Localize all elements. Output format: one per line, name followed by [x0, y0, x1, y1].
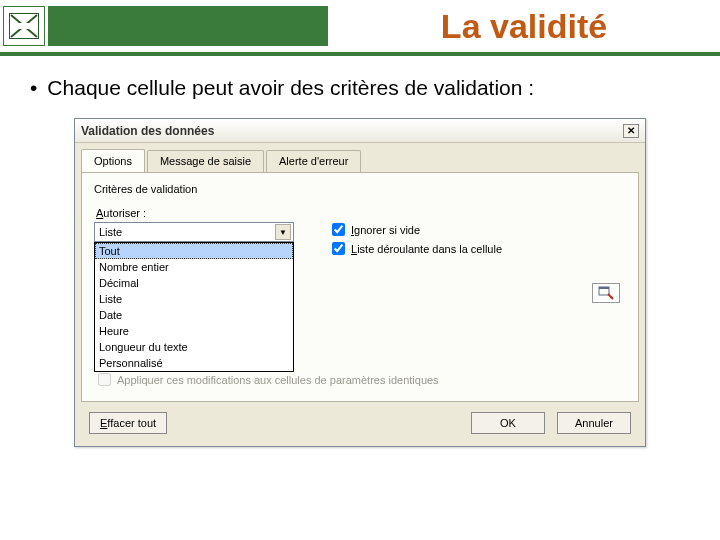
- in-cell-dropdown-input[interactable]: [332, 242, 345, 255]
- allow-label: Autoriser :: [96, 207, 304, 219]
- apply-changes-label: Appliquer ces modifications aux cellules…: [117, 374, 439, 386]
- bullet-content: Chaque cellule peut avoir des critères d…: [47, 76, 534, 100]
- bullet-text: Chaque cellule peut avoir des critères d…: [30, 76, 702, 100]
- criteria-label: Critères de validation: [94, 183, 626, 195]
- data-validation-dialog: Validation des données ✕ Options Message…: [74, 118, 646, 447]
- ok-button[interactable]: OK: [471, 412, 545, 434]
- allow-combobox[interactable]: Liste ▼: [94, 222, 294, 242]
- cancel-button[interactable]: Annuler: [557, 412, 631, 434]
- close-button[interactable]: ✕: [623, 124, 639, 138]
- ignore-blank-checkbox[interactable]: Ignorer si vide: [332, 223, 626, 236]
- allow-column: Autoriser : Liste ▼ Tout Nombre entier D…: [94, 201, 304, 372]
- apply-changes-row: Appliquer ces modifications aux cellules…: [94, 370, 626, 389]
- bullet-area: Chaque cellule peut avoir des critères d…: [0, 56, 720, 110]
- dialog-container: Validation des données ✕ Options Message…: [0, 110, 720, 447]
- tab-input-message[interactable]: Message de saisie: [147, 150, 264, 173]
- allow-option-personnalise[interactable]: Personnalisé: [95, 355, 293, 371]
- clear-all-button[interactable]: Effacer tout: [89, 412, 167, 434]
- svg-rect-3: [18, 23, 30, 29]
- in-cell-dropdown-label: iste déroulante dans la cellule: [357, 243, 502, 255]
- allow-option-longueur-texte[interactable]: Longueur du texte: [95, 339, 293, 355]
- allow-option-nombre-entier[interactable]: Nombre entier: [95, 259, 293, 275]
- range-selector-button[interactable]: [592, 283, 620, 303]
- allow-option-heure[interactable]: Heure: [95, 323, 293, 339]
- in-cell-dropdown-checkbox[interactable]: Liste déroulante dans la cellule: [332, 242, 626, 255]
- logo-icon: [3, 6, 45, 46]
- dialog-button-row: Effacer tout OK Annuler: [75, 402, 645, 446]
- allow-option-liste[interactable]: Liste: [95, 291, 293, 307]
- tab-error-alert[interactable]: Alerte d'erreur: [266, 150, 361, 173]
- clear-all-label: ffacer tout: [107, 417, 156, 429]
- slide-title: La validité: [328, 7, 720, 46]
- allow-label-text: utoriser :: [103, 207, 146, 219]
- allow-option-decimal[interactable]: Décimal: [95, 275, 293, 291]
- tab-strip: Options Message de saisie Alerte d'erreu…: [75, 143, 645, 172]
- allow-option-tout[interactable]: Tout: [95, 243, 293, 259]
- apply-changes-checkbox: [98, 373, 111, 386]
- dialog-title: Validation des données: [81, 124, 214, 138]
- close-icon: ✕: [627, 125, 635, 136]
- range-selector-icon: [598, 286, 614, 300]
- ignore-blank-label: gnorer si vide: [354, 224, 420, 236]
- header-bar: [48, 6, 328, 46]
- dialog-titlebar: Validation des données ✕: [75, 119, 645, 143]
- tab-panel-options: Critères de validation Autoriser : Liste…: [81, 172, 639, 402]
- ignore-blank-input[interactable]: [332, 223, 345, 236]
- checkbox-column: Ignorer si vide Liste déroulante dans la…: [332, 201, 626, 372]
- allow-dropdown-list[interactable]: Tout Nombre entier Décimal Liste Date He…: [94, 242, 294, 372]
- tab-options[interactable]: Options: [81, 149, 145, 172]
- allow-value: Liste: [99, 226, 122, 238]
- allow-option-date[interactable]: Date: [95, 307, 293, 323]
- chevron-down-icon: ▼: [275, 224, 291, 240]
- slide-header: La validité: [0, 0, 720, 56]
- svg-rect-5: [599, 287, 609, 289]
